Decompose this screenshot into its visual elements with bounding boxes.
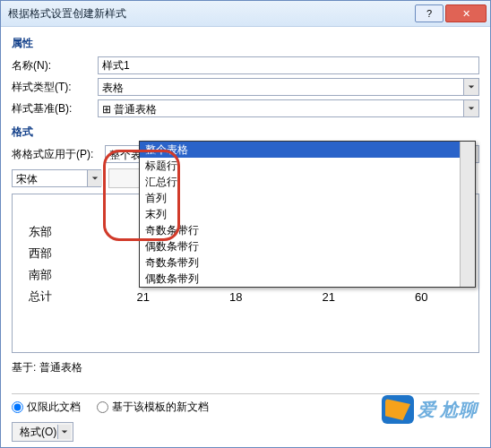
radio-template[interactable]: 基于该模板的新文档: [97, 400, 209, 415]
dialog-window: 根据格式设置创建新样式 ? ✕ 属性 名称(N): 样式类型(T): 表格 样式…: [0, 0, 491, 448]
dropdown-option[interactable]: 偶数条带行: [140, 238, 475, 254]
help-button[interactable]: ?: [415, 4, 444, 22]
type-label: 样式类型(T):: [12, 80, 98, 95]
row-label: 东部: [23, 221, 97, 243]
basedon-text: 基于: 普通表格: [12, 360, 479, 375]
window-buttons: ? ✕: [415, 4, 487, 22]
scope-radios: 仅限此文档 基于该模板的新文档: [12, 400, 479, 415]
apply-dropdown-list[interactable]: 整个表格标题行汇总行首列末列奇数条带行偶数条带行奇数条带列偶数条带列: [139, 141, 476, 288]
close-button[interactable]: ✕: [445, 4, 487, 22]
row-label: 总计: [23, 286, 97, 307]
separator: [12, 393, 479, 394]
dropdown-option[interactable]: 整个表格: [140, 142, 475, 158]
dropdown-option[interactable]: 奇数条带列: [140, 254, 475, 271]
radio-this-doc-input[interactable]: [12, 401, 23, 413]
cell: 21: [97, 286, 190, 307]
dropdown-option[interactable]: 末列: [140, 206, 475, 222]
dropdown-option[interactable]: 偶数条带列: [140, 271, 475, 287]
window-title: 根据格式设置创建新样式: [8, 6, 415, 22]
radio-this-doc-label: 仅限此文档: [27, 400, 81, 415]
dropdown-option[interactable]: 首列: [140, 190, 475, 206]
dropdown-option[interactable]: 标题行: [140, 158, 475, 174]
cell: 18: [190, 286, 283, 307]
titlebar: 根据格式设置创建新样式 ? ✕: [1, 1, 490, 27]
apply-label: 将格式应用于(P):: [12, 147, 105, 162]
name-input[interactable]: [98, 56, 479, 74]
format-button-label: 格式(O): [20, 426, 56, 438]
dropdown-option[interactable]: 汇总行: [140, 174, 475, 190]
cell: 21: [282, 286, 375, 307]
type-select[interactable]: 表格: [98, 78, 479, 96]
row-label: 南部: [23, 264, 97, 286]
cell: 60: [375, 286, 469, 307]
font-select[interactable]: 宋体: [12, 169, 101, 187]
table-row: 总计21182160: [23, 286, 468, 307]
basedon-select[interactable]: ⊞ 普通表格: [98, 99, 479, 117]
radio-this-doc[interactable]: 仅限此文档: [12, 400, 81, 415]
radio-template-label: 基于该模板的新文档: [112, 400, 209, 415]
radio-template-input[interactable]: [97, 401, 108, 413]
chevron-down-icon: [57, 425, 71, 439]
scrollbar[interactable]: [460, 142, 475, 287]
section-format: 格式: [12, 125, 479, 140]
dropdown-option[interactable]: 奇数条带行: [140, 222, 475, 238]
basedon-label: 样式基准(B):: [12, 101, 98, 116]
name-label: 名称(N):: [12, 58, 98, 73]
row-label: 西部: [23, 243, 97, 264]
section-props: 属性: [12, 36, 479, 51]
format-button[interactable]: 格式(O): [12, 422, 73, 442]
